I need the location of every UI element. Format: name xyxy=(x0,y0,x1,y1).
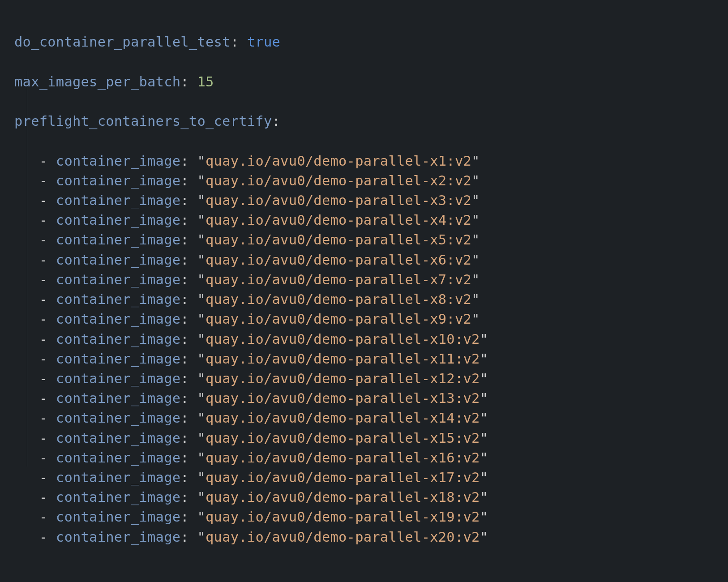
code-line: - container_image: "quay.io/avu0/demo-pa… xyxy=(14,250,728,270)
yaml-string: quay.io/avu0/demo-parallel-x12:v2 xyxy=(206,371,480,386)
code-line: - container_image: "quay.io/avu0/demo-pa… xyxy=(14,330,728,349)
yaml-key: container_image xyxy=(56,410,180,426)
yaml-dash: - xyxy=(39,390,48,406)
yaml-dash: - xyxy=(39,509,48,525)
yaml-bool: true xyxy=(247,34,280,50)
yaml-string: quay.io/avu0/demo-parallel-x18:v2 xyxy=(206,489,480,505)
yaml-key: container_image xyxy=(56,311,180,327)
yaml-key: container_image xyxy=(56,430,180,446)
yaml-key: container_image xyxy=(56,351,180,367)
code-line: preflight_containers_to_certify: xyxy=(14,111,728,131)
yaml-dash: - xyxy=(39,272,48,287)
code-line: - container_image: "quay.io/avu0/demo-pa… xyxy=(14,151,728,171)
yaml-string: quay.io/avu0/demo-parallel-x14:v2 xyxy=(206,410,480,426)
code-line: - container_image: "quay.io/avu0/demo-pa… xyxy=(14,389,728,408)
yaml-key: container_image xyxy=(56,371,180,386)
yaml-key: container_image xyxy=(56,450,180,466)
yaml-dash: - xyxy=(39,291,48,307)
code-line: - container_image: "quay.io/avu0/demo-pa… xyxy=(14,428,728,448)
yaml-key: container_image xyxy=(56,153,180,169)
yaml-dash: - xyxy=(39,450,48,466)
yaml-dash: - xyxy=(39,470,48,485)
yaml-string: quay.io/avu0/demo-parallel-x8:v2 xyxy=(206,291,471,307)
yaml-dash: - xyxy=(39,212,48,228)
code-line: - container_image: "quay.io/avu0/demo-pa… xyxy=(14,448,728,468)
yaml-key: do_container_parallel_test xyxy=(14,34,231,50)
yaml-key: container_image xyxy=(56,529,180,545)
yaml-key: container_image xyxy=(56,489,180,505)
yaml-dash: - xyxy=(39,410,48,426)
code-line: - container_image: "quay.io/avu0/demo-pa… xyxy=(14,210,728,230)
code-line: - container_image: "quay.io/avu0/demo-pa… xyxy=(14,468,728,488)
code-editor[interactable]: do_container_parallel_test: true max_ima… xyxy=(0,0,728,547)
yaml-key: container_image xyxy=(56,272,180,287)
yaml-dash: - xyxy=(39,430,48,446)
yaml-dash: - xyxy=(39,351,48,367)
yaml-string: quay.io/avu0/demo-parallel-x11:v2 xyxy=(206,351,480,367)
yaml-key: container_image xyxy=(56,331,180,347)
code-line: - container_image: "quay.io/avu0/demo-pa… xyxy=(14,369,728,389)
yaml-key: container_image xyxy=(56,509,180,525)
code-line: - container_image: "quay.io/avu0/demo-pa… xyxy=(14,349,728,369)
yaml-string: quay.io/avu0/demo-parallel-x16:v2 xyxy=(206,450,480,466)
code-line: - container_image: "quay.io/avu0/demo-pa… xyxy=(14,230,728,250)
code-line: - container_image: "quay.io/avu0/demo-pa… xyxy=(14,309,728,329)
yaml-dash: - xyxy=(39,173,48,188)
yaml-string: quay.io/avu0/demo-parallel-x13:v2 xyxy=(206,390,480,406)
yaml-dash: - xyxy=(39,371,48,386)
yaml-string: quay.io/avu0/demo-parallel-x17:v2 xyxy=(206,470,480,485)
yaml-string: quay.io/avu0/demo-parallel-x4:v2 xyxy=(206,212,471,228)
yaml-string: quay.io/avu0/demo-parallel-x3:v2 xyxy=(206,193,471,208)
yaml-dash: - xyxy=(39,311,48,327)
yaml-key: max_images_per_batch xyxy=(14,74,180,90)
yaml-key: container_image xyxy=(56,252,180,268)
yaml-number: 15 xyxy=(197,74,214,90)
yaml-string: quay.io/avu0/demo-parallel-x20:v2 xyxy=(206,529,480,545)
code-line: - container_image: "quay.io/avu0/demo-pa… xyxy=(14,191,728,210)
yaml-string: quay.io/avu0/demo-parallel-x6:v2 xyxy=(206,252,471,268)
yaml-dash: - xyxy=(39,153,48,169)
yaml-string: quay.io/avu0/demo-parallel-x15:v2 xyxy=(206,430,480,446)
code-line: max_images_per_batch: 15 xyxy=(14,72,728,92)
yaml-string: quay.io/avu0/demo-parallel-x2:v2 xyxy=(206,173,471,188)
editor-content: do_container_parallel_test: true max_ima… xyxy=(0,0,728,547)
code-line: - container_image: "quay.io/avu0/demo-pa… xyxy=(14,527,728,547)
yaml-key: container_image xyxy=(56,470,180,485)
code-line: - container_image: "quay.io/avu0/demo-pa… xyxy=(14,488,728,507)
yaml-dash: - xyxy=(39,489,48,505)
code-line: - container_image: "quay.io/avu0/demo-pa… xyxy=(14,408,728,428)
yaml-string: quay.io/avu0/demo-parallel-x9:v2 xyxy=(206,311,471,327)
yaml-key: container_image xyxy=(56,193,180,208)
yaml-key: container_image xyxy=(56,232,180,248)
yaml-key: container_image xyxy=(56,212,180,228)
yaml-dash: - xyxy=(39,193,48,208)
yaml-dash: - xyxy=(39,232,48,248)
yaml-string: quay.io/avu0/demo-parallel-x10:v2 xyxy=(206,331,480,347)
indent-guide xyxy=(27,71,27,466)
yaml-dash: - xyxy=(39,252,48,268)
yaml-string: quay.io/avu0/demo-parallel-x19:v2 xyxy=(206,509,480,525)
yaml-key: container_image xyxy=(56,291,180,307)
code-line: do_container_parallel_test: true xyxy=(14,32,728,52)
yaml-key: container_image xyxy=(56,173,180,188)
code-line: - container_image: "quay.io/avu0/demo-pa… xyxy=(14,507,728,527)
yaml-dash: - xyxy=(39,331,48,347)
yaml-string: quay.io/avu0/demo-parallel-x7:v2 xyxy=(206,272,471,287)
yaml-dash: - xyxy=(39,529,48,545)
yaml-string: quay.io/avu0/demo-parallel-x1:v2 xyxy=(206,153,471,169)
code-line: - container_image: "quay.io/avu0/demo-pa… xyxy=(14,171,728,191)
code-line: - container_image: "quay.io/avu0/demo-pa… xyxy=(14,290,728,309)
code-line: - container_image: "quay.io/avu0/demo-pa… xyxy=(14,270,728,290)
yaml-string: quay.io/avu0/demo-parallel-x5:v2 xyxy=(206,232,471,248)
yaml-key: container_image xyxy=(56,390,180,406)
yaml-key: preflight_containers_to_certify xyxy=(14,113,272,129)
